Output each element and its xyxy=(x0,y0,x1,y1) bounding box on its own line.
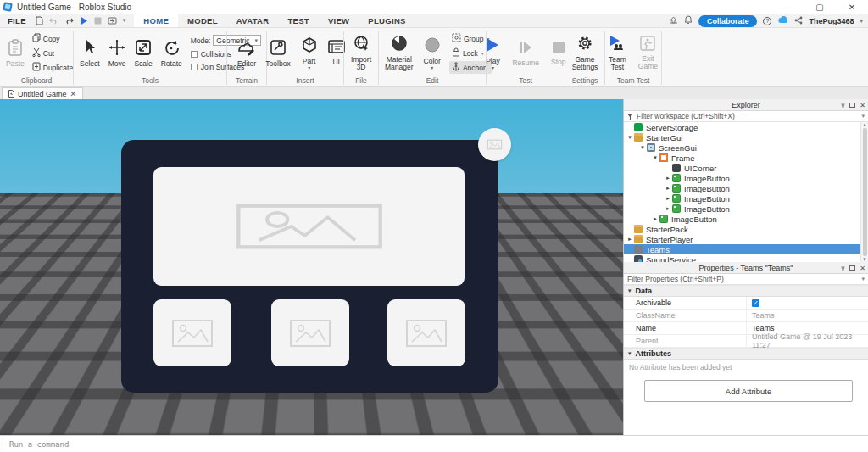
paste-button[interactable]: Paste xyxy=(3,38,28,69)
tree-item-imagebutton[interactable]: ▸ImageButton xyxy=(624,183,868,193)
game-settings-button[interactable]: Game Settings xyxy=(569,34,602,72)
menu-tab-avatar[interactable]: AVATAR xyxy=(227,14,279,27)
panel-close-icon[interactable]: ✕ xyxy=(860,102,865,109)
tree-item-starterpack[interactable]: StarterPack xyxy=(624,224,868,234)
duplicate-button[interactable]: Duplicate xyxy=(30,61,75,74)
filter-caret-icon[interactable]: ▾ xyxy=(861,276,865,282)
tree-item-serverstorage[interactable]: ServerStorage xyxy=(624,122,868,132)
tree-item-screengui[interactable]: ▾ScreenGui xyxy=(624,142,868,153)
copy-button[interactable]: Copy xyxy=(30,32,75,45)
3d-viewport[interactable] xyxy=(0,99,623,435)
archivable-checkbox[interactable]: ✓ xyxy=(752,299,760,307)
tree-item-imagebutton[interactable]: ▸ImageButton xyxy=(624,204,868,214)
tree-item-teams[interactable]: Teams xyxy=(624,244,868,254)
notifications-bell-icon[interactable] xyxy=(684,15,693,26)
user-menu-caret-icon[interactable]: ▾ xyxy=(860,18,863,25)
resume-button[interactable]: Resume xyxy=(509,39,542,68)
scale-tool-button[interactable]: Scale xyxy=(131,38,155,69)
tree-item-imagebutton[interactable]: ▸ImageButton xyxy=(624,173,868,183)
section-header-attributes[interactable]: ▾ Attributes xyxy=(624,348,868,360)
menu-tab-home[interactable]: HOME xyxy=(134,14,178,27)
gui-circle-imagebutton[interactable] xyxy=(478,128,511,161)
toolbox-button[interactable]: Toolbox xyxy=(262,38,293,69)
stop-quick-icon[interactable] xyxy=(94,17,102,25)
team-test-button[interactable]: Team Test xyxy=(605,34,630,72)
property-value[interactable]: ✓ xyxy=(747,297,868,309)
gui-frame[interactable] xyxy=(121,140,498,393)
import-3d-button[interactable]: Import 3D xyxy=(348,34,375,72)
terrain-editor-button[interactable]: Editor xyxy=(234,38,259,69)
play-quick-icon[interactable] xyxy=(80,16,88,25)
part-dropdown-caret-icon[interactable]: ▾ xyxy=(308,66,310,70)
join-surfaces-checkbox[interactable] xyxy=(191,64,198,70)
expand-arrow-icon[interactable]: ▸ xyxy=(651,215,659,222)
select-tool-button[interactable]: Select xyxy=(76,38,103,69)
panel-close-icon[interactable]: ✕ xyxy=(860,265,865,272)
section-collapse-arrow-icon[interactable]: ▾ xyxy=(628,287,632,294)
menu-tab-test[interactable]: TEST xyxy=(278,14,318,27)
tab-close-icon[interactable]: ✕ xyxy=(70,90,77,98)
close-button[interactable]: ✕ xyxy=(836,0,868,14)
expand-arrow-icon[interactable]: ▾ xyxy=(626,134,634,141)
gui-imagebutton-3[interactable] xyxy=(387,299,465,366)
panel-popout-icon[interactable] xyxy=(849,103,855,108)
explorer-scrollbar[interactable]: ▲ ▼ xyxy=(860,122,868,262)
color-button[interactable]: Color ▾ xyxy=(420,36,444,70)
tree-item-frame[interactable]: ▾Frame xyxy=(624,153,868,163)
gui-imagebutton-2[interactable] xyxy=(271,299,349,366)
filter-caret-icon[interactable]: ▾ xyxy=(861,113,865,120)
move-tool-button[interactable]: Move xyxy=(105,38,130,69)
drag-handle-icon[interactable] xyxy=(2,439,5,449)
command-input[interactable]: Run a command xyxy=(9,440,69,449)
expand-arrow-icon[interactable]: ▾ xyxy=(651,154,659,161)
expand-arrow-icon[interactable]: ▸ xyxy=(664,195,672,202)
panel-collapse-icon[interactable]: ∨ xyxy=(840,265,845,272)
tree-item-uicorner[interactable]: UICorner xyxy=(624,163,868,173)
rotate-tool-button[interactable]: Rotate xyxy=(158,38,186,69)
play-button[interactable]: Play ▾ xyxy=(481,36,504,70)
part-button[interactable]: Part ▾ xyxy=(298,36,321,70)
customize-toolbar-caret-icon[interactable]: ▾ xyxy=(123,17,126,24)
tree-item-soundservice[interactable]: SoundService xyxy=(624,254,868,262)
username-label[interactable]: ThePug3468 xyxy=(809,17,854,25)
scroll-up-icon[interactable]: ▲ xyxy=(862,122,867,127)
expand-arrow-icon[interactable]: ▸ xyxy=(664,175,672,181)
scrollbar-thumb[interactable] xyxy=(863,128,867,256)
menu-tab-model[interactable]: MODEL xyxy=(178,14,227,27)
section-collapse-arrow-icon[interactable]: ▾ xyxy=(628,350,632,357)
collisions-checkbox[interactable] xyxy=(191,51,198,58)
exit-game-button[interactable]: Exit Game xyxy=(635,35,661,71)
collaborate-button[interactable]: Collaborate xyxy=(698,15,758,27)
publish-icon[interactable] xyxy=(669,16,678,26)
add-attribute-button[interactable]: Add Attribute xyxy=(644,380,853,402)
expand-arrow-icon[interactable]: ▸ xyxy=(664,205,672,212)
maximize-button[interactable]: ▢ xyxy=(804,0,836,14)
gui-main-imagebutton[interactable] xyxy=(153,167,465,286)
tree-item-imagebutton[interactable]: ▸ImageButton xyxy=(624,193,868,204)
tree-item-startergui[interactable]: ▾StarterGui xyxy=(624,132,868,142)
team-test-join-icon[interactable] xyxy=(108,17,117,25)
section-header-data[interactable]: ▾ Data xyxy=(624,285,868,297)
gui-imagebutton-1[interactable] xyxy=(153,299,231,366)
file-menu-button[interactable]: FILE xyxy=(0,14,34,27)
material-manager-button[interactable]: Material Manager xyxy=(381,34,417,72)
undo-icon[interactable] xyxy=(49,17,58,25)
expand-arrow-icon[interactable]: ▾ xyxy=(638,144,647,151)
properties-filter-input[interactable]: Filter Properties (Ctrl+Shift+P) ▾ xyxy=(624,274,868,285)
menu-tab-plugins[interactable]: PLUGINS xyxy=(359,14,415,27)
help-icon[interactable]: ? xyxy=(763,17,771,25)
redo-icon[interactable] xyxy=(64,17,74,25)
share-icon[interactable] xyxy=(794,16,803,26)
play-dropdown-caret-icon[interactable]: ▾ xyxy=(492,66,494,70)
expand-arrow-icon[interactable]: ▸ xyxy=(664,185,672,192)
tree-item-starterplayer[interactable]: ▸StarterPlayer xyxy=(624,234,868,244)
cut-button[interactable]: Cut xyxy=(30,47,75,59)
menu-tab-view[interactable]: VIEW xyxy=(319,14,359,27)
cloud-sync-icon[interactable] xyxy=(777,16,788,25)
color-dropdown-caret-icon[interactable]: ▾ xyxy=(431,66,433,70)
command-bar[interactable]: Run a command xyxy=(0,435,868,452)
explorer-filter-input[interactable]: Filter workspace (Ctrl+Shift+X) ▾ xyxy=(624,111,868,122)
tree-item-imagebutton[interactable]: ▸ImageButton xyxy=(624,214,868,224)
new-file-icon[interactable] xyxy=(36,16,43,25)
document-tab-untitled-game[interactable]: Untitled Game ✕ xyxy=(2,87,83,99)
